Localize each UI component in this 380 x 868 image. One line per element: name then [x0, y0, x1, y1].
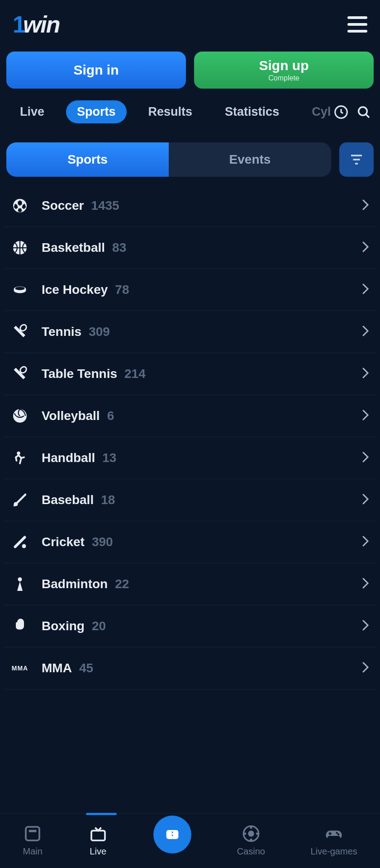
- sport-count: 1435: [91, 198, 119, 213]
- chevron-right-icon: [362, 326, 369, 338]
- bottom-nav-live[interactable]: Live: [88, 824, 108, 857]
- tennis-icon: [11, 323, 29, 341]
- nav-results[interactable]: Results: [138, 100, 204, 123]
- sport-count: 45: [79, 661, 93, 675]
- sport-name: Tennis: [42, 325, 81, 339]
- nav-statistics[interactable]: Statistics: [214, 100, 290, 123]
- sport-name: Volleyball: [42, 409, 100, 423]
- sport-row-basketball[interactable]: Basketball83: [4, 227, 376, 269]
- chevron-right-icon: [362, 410, 369, 422]
- basketball-icon: [11, 239, 29, 257]
- sport-row-ice-hockey[interactable]: Ice Hockey78: [4, 269, 376, 311]
- clock-icon[interactable]: [334, 105, 348, 119]
- sport-name: Table Tennis: [42, 367, 117, 381]
- boxing-icon: [11, 617, 29, 635]
- sport-count: 309: [89, 325, 110, 339]
- bottom-nav-main[interactable]: Main: [23, 824, 43, 857]
- toggle-sports[interactable]: Sports: [6, 142, 169, 177]
- sport-name: Basketball: [42, 241, 105, 255]
- games-icon: [324, 824, 344, 844]
- sport-name: Baseball: [42, 493, 94, 507]
- ticket-icon: [153, 816, 191, 854]
- logo[interactable]: 1win: [13, 11, 60, 38]
- sport-row-mma[interactable]: MMAMMA45: [4, 647, 376, 689]
- chevron-right-icon: [362, 620, 369, 632]
- chevron-right-icon: [362, 452, 369, 464]
- sport-count: 22: [115, 577, 129, 591]
- hockey-icon: [11, 281, 29, 299]
- sport-row-soccer[interactable]: Soccer1435: [4, 185, 376, 227]
- tennis-icon: [11, 365, 29, 383]
- nav-sports[interactable]: Sports: [66, 100, 127, 123]
- signup-button[interactable]: Sign up Complete: [194, 52, 374, 89]
- hamburger-menu-icon[interactable]: [347, 16, 367, 33]
- sport-name: Cricket: [42, 535, 85, 549]
- bottom-nav-ticket[interactable]: [153, 816, 191, 854]
- chevron-right-icon: [362, 662, 369, 675]
- sport-name: Ice Hockey: [42, 283, 108, 297]
- sport-row-cricket[interactable]: Cricket390: [4, 521, 376, 563]
- casino-icon: [241, 824, 261, 844]
- sport-count: 20: [92, 619, 106, 633]
- svg-point-1: [359, 107, 367, 115]
- sport-count: 214: [124, 367, 146, 381]
- main-icon: [23, 824, 43, 844]
- sport-count: 390: [92, 535, 113, 549]
- sport-name: Soccer: [42, 198, 84, 213]
- sport-count: 78: [115, 283, 129, 297]
- sport-row-volleyball[interactable]: Volleyball6: [4, 395, 376, 437]
- baseball-icon: [11, 491, 29, 509]
- bottom-nav-live-games[interactable]: Live-games: [310, 824, 357, 857]
- sport-name: Handball: [42, 451, 95, 465]
- cricket-icon: [11, 533, 29, 551]
- handball-icon: [11, 449, 29, 467]
- sport-row-boxing[interactable]: Boxing20: [4, 605, 376, 647]
- view-toggle: Sports Events: [6, 142, 331, 177]
- sport-row-handball[interactable]: Handball13: [4, 437, 376, 479]
- sport-count: 83: [112, 241, 126, 255]
- badminton-icon: [11, 575, 29, 593]
- chevron-right-icon: [362, 494, 369, 506]
- chevron-right-icon: [362, 578, 369, 590]
- sport-name: MMA: [42, 661, 72, 675]
- sport-row-baseball[interactable]: Baseball18: [4, 479, 376, 521]
- bottom-nav-casino[interactable]: Casino: [237, 824, 265, 857]
- sport-count: 18: [101, 493, 115, 507]
- sport-row-table-tennis[interactable]: Table Tennis214: [4, 353, 376, 395]
- soccer-icon: [11, 197, 29, 215]
- chevron-right-icon: [362, 241, 369, 254]
- live-icon: [88, 824, 108, 844]
- nav-cyber[interactable]: Cyber: [301, 100, 330, 123]
- sport-name: Badminton: [42, 577, 108, 591]
- sport-row-tennis[interactable]: Tennis309: [4, 311, 376, 353]
- chevron-right-icon: [362, 283, 369, 296]
- volleyball-icon: [11, 407, 29, 425]
- sport-count: 13: [102, 451, 116, 465]
- search-icon[interactable]: [356, 105, 371, 119]
- filter-button[interactable]: [339, 142, 374, 177]
- chevron-right-icon: [362, 368, 369, 380]
- nav-live[interactable]: Live: [9, 100, 55, 123]
- signin-button[interactable]: Sign in: [6, 52, 186, 89]
- sport-count: 6: [107, 409, 114, 423]
- toggle-events[interactable]: Events: [169, 142, 331, 177]
- chevron-right-icon: [362, 536, 369, 548]
- chevron-right-icon: [362, 199, 369, 212]
- sport-name: Boxing: [42, 619, 85, 633]
- mma-icon: MMA: [11, 659, 29, 677]
- sport-row-badminton[interactable]: Badminton22: [4, 563, 376, 605]
